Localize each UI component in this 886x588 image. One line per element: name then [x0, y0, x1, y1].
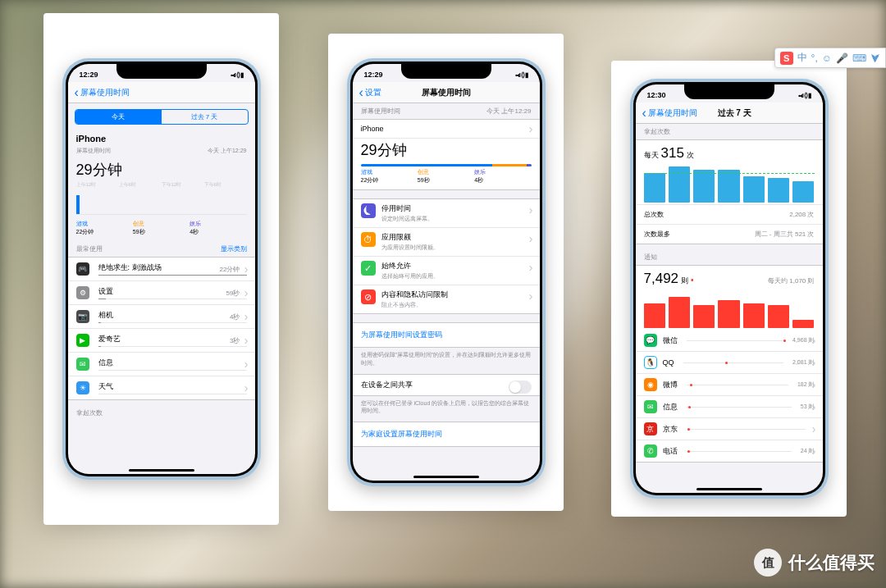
option-row[interactable]: ⏾ 停用时间设定时间远离屏幕。 — [353, 199, 540, 228]
home-indicator[interactable] — [129, 469, 194, 472]
notif-app-list: 💬 微信 4,968 则 🐧 QQ 2,081 则 ◉ 微博 182 则 ✉ 信… — [636, 330, 823, 462]
ime-toolbar[interactable]: S 中 °, ☺ 🎤 ⌨ ⮟ — [774, 48, 886, 68]
app-row[interactable]: 🎮 绝地求生: 刺激战场 22分钟 — [68, 258, 255, 281]
option-icon: ⏱ — [361, 232, 376, 247]
back-button[interactable]: 屏幕使用时间 — [642, 107, 697, 119]
notif-app-row[interactable]: ◉ 微博 182 则 — [636, 374, 823, 396]
panel-2: 12:29 ••ıl ⟨⟩ ▮ 设置 屏幕使用时间 屏幕使用时间今天 上午12:… — [328, 34, 564, 511]
option-icon: ⏾ — [361, 203, 376, 218]
pickups-header: 拿起次数 — [636, 124, 823, 139]
total-pickups-row: 总次数2,208 次 — [636, 204, 823, 224]
time-axis: 上午12时上午6时下午12时下午6时 — [68, 181, 255, 189]
subhead: 屏幕使用时间 — [76, 147, 111, 155]
watermark: 值 什么值得买 — [754, 549, 875, 577]
status-time: 12:30 — [647, 91, 666, 99]
nav-bar: 设置 屏幕使用时间 — [353, 82, 540, 103]
app-icon: 🎮 — [76, 262, 89, 276]
pickups-card: 每天 315 次 总次数2,208 次 次数最多周二 - 周三共 521 次 — [636, 139, 823, 244]
notif-app-row[interactable]: 🐧 QQ 2,081 则 — [636, 352, 823, 374]
phone-2: 12:29 ••ıl ⟨⟩ ▮ 设置 屏幕使用时间 屏幕使用时间今天 上午12:… — [347, 58, 546, 486]
seg-today[interactable]: 今天 — [75, 110, 162, 124]
ime-mode[interactable]: 中 — [797, 51, 807, 65]
device-row[interactable]: iPhone — [353, 120, 540, 139]
notif-chart — [644, 289, 815, 328]
device-title: iPhone — [76, 134, 247, 144]
home-indicator[interactable] — [413, 476, 479, 478]
app-icon: ☀ — [76, 381, 89, 394]
options-list: ⏾ 停用时间设定时间远离屏幕。 ⏱ 应用限额为应用设置时间限额。 ✓ 始终允许选… — [353, 198, 540, 314]
app-row[interactable]: ▶ 爱奇艺 3秒 — [68, 329, 255, 353]
notch — [116, 64, 207, 79]
subtime: 今天 上午12:29 — [208, 147, 246, 155]
hourly-chart — [76, 190, 247, 215]
notif-header: 通知 — [636, 249, 823, 265]
app-row[interactable]: ⚙ 设置 59秒 — [68, 281, 255, 305]
notif-app-row[interactable]: ✉ 信息 53 则 — [636, 396, 823, 418]
category-labels: 游戏22分钟 创意59秒 娱乐4秒 — [353, 166, 540, 189]
notif-count: 7,492 — [644, 271, 679, 287]
notif-avg: 每天约 1,070 则 — [768, 276, 814, 285]
app-icon: ▶ — [76, 334, 89, 347]
segment-control[interactable]: 今天 过去 7 天 — [75, 109, 249, 125]
back-button[interactable]: 设置 — [359, 87, 381, 98]
status-icons: ••ıl ⟨⟩ ▮ — [231, 71, 244, 79]
notch — [401, 64, 491, 79]
ime-emoji-icon[interactable]: ☺ — [822, 52, 832, 64]
total-time: 29分钟 — [68, 155, 255, 181]
sogou-logo-icon[interactable]: S — [780, 52, 793, 65]
seg-week[interactable]: 过去 7 天 — [162, 110, 248, 124]
status-time: 12:29 — [80, 71, 98, 79]
nav-bar: 屏幕使用时间 过去 7 天 — [636, 103, 823, 124]
app-icon: ✉ — [76, 358, 89, 371]
app-icon: ✆ — [644, 444, 657, 458]
app-row[interactable]: ☀ 天气 — [68, 376, 255, 399]
app-icon: 📷 — [76, 310, 89, 323]
notif-app-row[interactable]: 💬 微信 4,968 则 — [636, 330, 823, 352]
nav-bar: 屏幕使用时间 — [68, 82, 255, 103]
notif-app-row[interactable]: 京 京东 — [636, 418, 823, 440]
status-icons: ••ıl ⟨⟩ ▮ — [515, 71, 528, 79]
ime-keyboard-icon[interactable]: ⌨ — [852, 52, 866, 64]
family-link[interactable]: 为家庭设置屏幕使用时间 — [353, 422, 540, 446]
share-row[interactable]: 在设备之间共享 — [353, 375, 540, 395]
share-note: 您可以在任何已登录 iCloud 的设备上启用，以报告您的综合屏幕使用时间。 — [353, 396, 540, 422]
panel-3: 12:30 ••ıl ⟨⟩ ▮ 屏幕使用时间 过去 7 天 拿起次数 每天 31… — [611, 61, 847, 517]
watermark-badge: 值 — [754, 549, 782, 577]
share-toggle[interactable] — [509, 381, 532, 394]
notif-card: 7,492 则 • 每天约 1,070 则 💬 微信 4,968 则 🐧 QQ … — [636, 265, 823, 463]
summary-card: iPhone 29分钟 游戏22分钟 创意59秒 娱乐4秒 — [353, 119, 540, 190]
app-icon: 💬 — [644, 334, 657, 347]
pickups-header: 拿起次数 — [68, 405, 255, 421]
option-row[interactable]: ⏱ 应用限额为应用设置时间限额。 — [353, 228, 540, 257]
back-button[interactable]: 屏幕使用时间 — [75, 87, 130, 98]
phone-3: 12:30 ••ıl ⟨⟩ ▮ 屏幕使用时间 过去 7 天 拿起次数 每天 31… — [630, 79, 829, 499]
show-categories-link[interactable]: 显示类别 — [221, 244, 247, 253]
notif-app-row[interactable]: ✆ 电话 24 则 — [636, 440, 823, 462]
app-icon: ◉ — [644, 378, 657, 391]
panel-1: 12:29 ••ıl ⟨⟩ ▮ 屏幕使用时间 今天 过去 7 天 iPhone … — [43, 13, 279, 525]
home-indicator[interactable] — [696, 488, 762, 490]
pickups-chart — [644, 163, 815, 203]
app-icon: ⚙ — [76, 286, 89, 299]
option-icon: ⊘ — [361, 289, 376, 304]
notch — [684, 84, 774, 99]
ime-dropdown-icon[interactable]: ⮟ — [870, 52, 880, 64]
app-icon: ✉ — [644, 400, 657, 413]
watermark-text: 什么值得买 — [788, 551, 875, 574]
total-time: 29分钟 — [353, 139, 540, 162]
option-row[interactable]: ✓ 始终允许选择始终可用的应用。 — [353, 257, 540, 285]
passcode-note: 使用密码保障"屏幕使用时间"的设置，并在达到限额时允许更多使用时间。 — [353, 348, 540, 374]
set-passcode-link[interactable]: 为屏幕使用时间设置密码 — [353, 323, 540, 347]
ime-punct-icon[interactable]: °, — [811, 52, 818, 64]
most-used-header: 最常使用显示类别 — [68, 241, 255, 257]
ime-mic-icon[interactable]: 🎤 — [836, 52, 848, 64]
option-row[interactable]: ⊘ 内容和隐私访问限制阻止不当内容。 — [353, 285, 540, 313]
status-time: 12:29 — [364, 71, 383, 79]
category-labels: 游戏22分钟 创意59秒 娱乐4秒 — [68, 218, 255, 241]
app-row[interactable]: 📷 相机 4秒 — [68, 305, 255, 329]
app-list: 🎮 绝地求生: 刺激战场 22分钟 ⚙ 设置 59秒 📷 相机 4秒 ▶ 爱奇艺… — [68, 257, 255, 400]
app-icon: 京 — [644, 422, 657, 435]
most-pickups-row: 次数最多周二 - 周三共 521 次 — [636, 224, 823, 244]
section-header: 屏幕使用时间今天 上午12:29 — [353, 103, 540, 119]
app-row[interactable]: ✉ 信息 — [68, 353, 255, 376]
